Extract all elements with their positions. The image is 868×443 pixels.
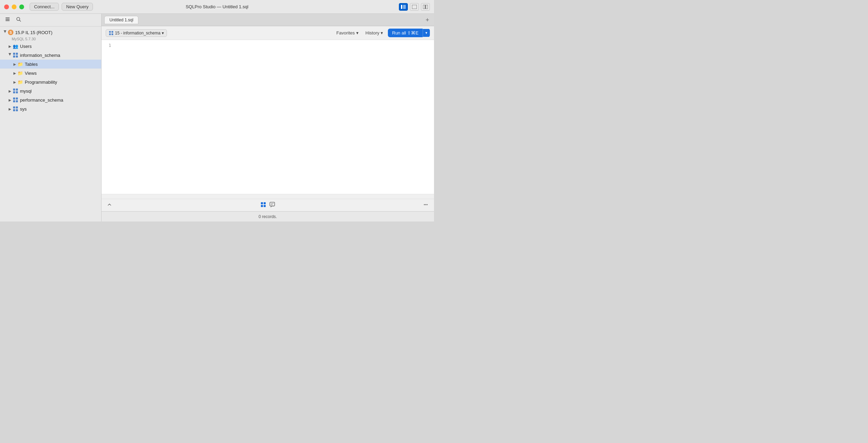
line-number-1: 1 bbox=[106, 43, 111, 48]
sql-editor[interactable] bbox=[115, 40, 434, 194]
svg-point-23 bbox=[424, 204, 425, 205]
run-all-main-button[interactable]: Run all ⇧⌘E bbox=[388, 29, 423, 37]
mysql-db-icon bbox=[12, 88, 19, 94]
schema-selector-label: 15 - information_schema bbox=[115, 31, 160, 35]
close-button[interactable] bbox=[4, 4, 9, 9]
views-chevron-icon: ▶ bbox=[12, 71, 17, 75]
performance-schema-label: performance_schema bbox=[20, 97, 63, 103]
maximize-button[interactable] bbox=[19, 4, 24, 9]
svg-point-24 bbox=[425, 204, 426, 205]
information-schema-item[interactable]: ▶ information_schema bbox=[0, 51, 101, 60]
sys-chevron-icon: ▶ bbox=[8, 107, 12, 111]
tables-chevron-icon: ▶ bbox=[12, 62, 17, 66]
programmability-chevron-icon: ▶ bbox=[12, 80, 17, 84]
horizontal-scrollbar[interactable] bbox=[102, 194, 434, 199]
svg-rect-17 bbox=[264, 202, 266, 204]
server-icon: S bbox=[8, 30, 14, 35]
mysql-item[interactable]: ▶ mysql bbox=[0, 86, 101, 95]
svg-rect-19 bbox=[264, 205, 266, 207]
server-root-item[interactable]: ▶ S 15.P IL 15 (ROOT) bbox=[0, 28, 101, 37]
information-schema-label: information_schema bbox=[20, 53, 60, 58]
favorites-label: Favorites bbox=[336, 30, 354, 35]
svg-line-9 bbox=[20, 20, 21, 22]
favorites-chevron-icon: ▾ bbox=[356, 30, 359, 35]
server-name-label: 15.P IL 15 (ROOT) bbox=[15, 30, 52, 35]
svg-text:S: S bbox=[10, 31, 12, 34]
views-item[interactable]: ▶ 📁 Views bbox=[0, 69, 101, 78]
tab-bar: Untitled 1.sql + bbox=[102, 14, 434, 26]
sidebar-view-button[interactable] bbox=[399, 3, 408, 11]
programmability-item[interactable]: ▶ 📁 Programmability bbox=[0, 78, 101, 86]
performance-schema-db-icon bbox=[12, 97, 19, 103]
svg-rect-18 bbox=[261, 205, 263, 207]
svg-rect-6 bbox=[6, 19, 10, 20]
svg-rect-0 bbox=[401, 5, 402, 9]
svg-rect-12 bbox=[109, 31, 111, 33]
performance-schema-item[interactable]: ▶ performance_schema bbox=[0, 95, 101, 104]
users-chevron-icon: ▶ bbox=[8, 44, 12, 48]
svg-rect-2 bbox=[412, 5, 417, 9]
svg-rect-20 bbox=[270, 202, 275, 206]
users-label: Users bbox=[20, 44, 32, 49]
sidebar-toolbar bbox=[0, 14, 101, 27]
run-all-dropdown-button[interactable]: ▾ bbox=[423, 29, 430, 37]
history-chevron-icon: ▾ bbox=[381, 30, 383, 35]
titlebar-right bbox=[399, 3, 430, 11]
folder-tables-icon: 📁 bbox=[17, 61, 23, 67]
minimize-button[interactable] bbox=[12, 4, 17, 9]
server-chevron-icon: ▶ bbox=[3, 30, 7, 35]
split-view-button[interactable] bbox=[421, 3, 430, 11]
query-tab[interactable]: Untitled 1.sql bbox=[104, 16, 138, 24]
search-icon[interactable] bbox=[14, 16, 23, 24]
status-bar: 0 records. bbox=[102, 211, 434, 222]
main-content: ▶ S 15.P IL 15 (ROOT) MySQL 5.7.30 ▶ 👥 U… bbox=[0, 14, 434, 222]
line-numbers: 1 bbox=[102, 40, 115, 194]
folder-views-icon: 📁 bbox=[17, 70, 23, 76]
svg-rect-4 bbox=[426, 5, 428, 9]
users-item[interactable]: ▶ 👥 Users bbox=[0, 42, 101, 51]
schema-selector-chevron-icon: ▾ bbox=[162, 31, 164, 35]
svg-rect-15 bbox=[112, 33, 113, 35]
favorites-button[interactable]: Favorites ▾ bbox=[334, 29, 360, 37]
svg-point-25 bbox=[427, 204, 428, 205]
programmability-label: Programmability bbox=[25, 80, 57, 85]
bottom-toolbar bbox=[102, 199, 434, 211]
svg-rect-13 bbox=[112, 31, 113, 33]
message-view-button[interactable] bbox=[268, 200, 277, 210]
performance-schema-chevron-icon: ▶ bbox=[8, 98, 12, 102]
content-view-button[interactable] bbox=[410, 3, 419, 11]
window-title: SQLPro Studio — Untitled 1.sql bbox=[186, 4, 248, 9]
history-button[interactable]: History ▾ bbox=[363, 29, 385, 37]
users-icon: 👥 bbox=[12, 43, 19, 49]
titlebar: Connect... New Query SQLPro Studio — Unt… bbox=[0, 0, 434, 14]
editor-area: 1 bbox=[102, 40, 434, 194]
svg-rect-16 bbox=[261, 202, 263, 204]
add-tab-button[interactable]: + bbox=[423, 17, 431, 23]
sidebar-list-icon[interactable] bbox=[3, 16, 12, 24]
sys-label: sys bbox=[20, 106, 27, 112]
sidebar-tree: ▶ S 15.P IL 15 (ROOT) MySQL 5.7.30 ▶ 👥 U… bbox=[0, 27, 101, 222]
svg-rect-14 bbox=[109, 33, 111, 35]
titlebar-left: Connect... New Query bbox=[30, 3, 93, 11]
svg-rect-5 bbox=[6, 18, 10, 18]
new-query-button[interactable]: New Query bbox=[62, 3, 93, 11]
menu-button[interactable] bbox=[422, 200, 430, 210]
connect-button[interactable]: Connect... bbox=[30, 3, 59, 11]
server-version-label: MySQL 5.7.30 bbox=[0, 37, 101, 42]
run-all-button-group: Run all ⇧⌘E ▾ bbox=[388, 29, 430, 37]
sys-db-icon bbox=[12, 106, 19, 112]
records-status: 0 records. bbox=[258, 214, 277, 219]
svg-rect-1 bbox=[403, 5, 406, 9]
history-label: History bbox=[366, 30, 379, 35]
sys-item[interactable]: ▶ sys bbox=[0, 104, 101, 113]
mysql-chevron-icon: ▶ bbox=[8, 89, 12, 93]
grid-view-button[interactable] bbox=[259, 200, 268, 210]
schema-selector-button[interactable]: 15 - information_schema ▾ bbox=[106, 29, 167, 37]
views-label: Views bbox=[25, 71, 36, 76]
window-controls bbox=[4, 4, 24, 9]
database-icon bbox=[12, 52, 19, 58]
svg-rect-3 bbox=[423, 5, 425, 9]
mysql-label: mysql bbox=[20, 89, 32, 94]
tables-item[interactable]: ▶ 📁 Tables bbox=[0, 60, 101, 69]
collapse-button[interactable] bbox=[106, 201, 113, 210]
